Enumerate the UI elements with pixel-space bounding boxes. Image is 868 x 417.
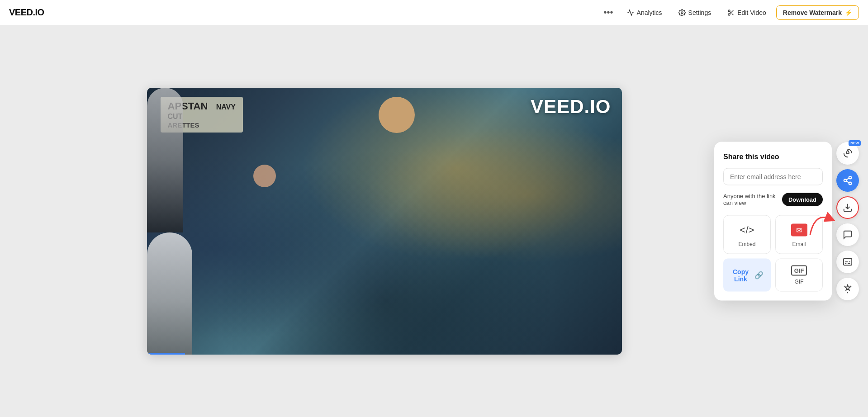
subtitles-button[interactable] xyxy=(836,251,859,273)
svg-point-0 xyxy=(681,12,683,14)
right-panel: NEW xyxy=(836,142,859,300)
subtitles-icon xyxy=(843,257,853,267)
svg-point-2 xyxy=(728,14,730,15)
share-button[interactable] xyxy=(836,169,859,192)
magic-tools-button[interactable] xyxy=(836,278,859,300)
scissors-icon xyxy=(727,9,735,16)
gif-badge: GIF xyxy=(791,265,807,276)
figure-head-1 xyxy=(379,97,415,133)
download-button[interactable]: Download xyxy=(782,193,823,206)
analytics-icon xyxy=(627,9,634,16)
email-option[interactable]: ✉ Email xyxy=(775,215,823,254)
anyone-can-view-label: Anyone with the link can view xyxy=(723,193,782,206)
email-envelope-icon: ✉ xyxy=(796,226,802,234)
share-popup: Share this video Anyone with the link ca… xyxy=(714,142,832,301)
video-watermark: VEED.IO xyxy=(531,96,611,118)
download-sidebar-button[interactable] xyxy=(836,196,859,219)
svg-point-7 xyxy=(844,179,847,182)
share-icon xyxy=(843,175,853,185)
svg-line-19 xyxy=(850,286,851,286)
anyone-row: Anyone with the link can view Download xyxy=(723,193,823,206)
more-options-button[interactable]: ••• xyxy=(600,4,617,21)
remove-watermark-button[interactable]: Remove Watermark ⚡ xyxy=(776,5,859,20)
sparkle-icon xyxy=(843,284,853,294)
share-options-grid: </> Embed ✉ Email xyxy=(723,215,823,254)
embed-option[interactable]: </> Embed xyxy=(723,215,771,254)
figure-4 xyxy=(147,88,183,232)
new-badge: NEW xyxy=(849,140,861,146)
svg-line-9 xyxy=(846,181,849,183)
video-player[interactable]: APSTAN NAVY CUT ARETTES VEED.IO xyxy=(147,88,622,355)
video-frame: APSTAN NAVY CUT ARETTES VEED.IO xyxy=(147,88,622,355)
copy-link-button[interactable]: Copy Link 🔗 xyxy=(723,259,771,292)
logo: VEED.IO xyxy=(9,7,44,18)
main-content: APSTAN NAVY CUT ARETTES VEED.IO xyxy=(0,25,868,417)
navbar: VEED.IO ••• Analytics Settings Edit Vide… xyxy=(0,0,868,25)
copy-gif-row: Copy Link 🔗 GIF GIF xyxy=(723,259,823,292)
email-input[interactable] xyxy=(723,168,823,185)
svg-point-6 xyxy=(849,176,852,179)
settings-button[interactable]: Settings xyxy=(672,5,718,20)
figure-2 xyxy=(147,232,192,355)
gif-label: GIF xyxy=(795,279,804,285)
email-label: Email xyxy=(792,241,806,247)
svg-point-8 xyxy=(849,182,852,185)
comment-icon xyxy=(843,230,853,240)
comments-button[interactable] xyxy=(836,223,859,246)
svg-line-10 xyxy=(846,178,849,180)
svg-point-1 xyxy=(728,10,730,12)
figure-head-2 xyxy=(253,165,276,187)
settings-icon xyxy=(678,9,686,16)
analytics-button[interactable]: Analytics xyxy=(621,5,669,20)
email-icon: ✉ xyxy=(791,224,807,237)
chain-icon: 🔗 xyxy=(754,271,764,280)
video-progress-bar[interactable] xyxy=(147,353,185,355)
svg-line-4 xyxy=(732,13,734,15)
megaphone-icon xyxy=(843,148,853,158)
lightning-icon: ⚡ xyxy=(844,9,852,16)
share-popup-title: Share this video xyxy=(723,153,823,161)
edit-video-button[interactable]: Edit Video xyxy=(721,5,773,20)
embed-icon: </> xyxy=(739,222,755,238)
embed-label: Embed xyxy=(738,241,755,247)
email-icon-container: ✉ xyxy=(791,222,807,238)
svg-line-5 xyxy=(730,11,731,13)
gif-option[interactable]: GIF GIF xyxy=(775,259,823,292)
announcements-button[interactable]: NEW xyxy=(836,142,859,165)
download-icon xyxy=(843,203,853,213)
svg-line-18 xyxy=(844,286,845,286)
nav-right: ••• Analytics Settings Edit Video xyxy=(600,4,859,21)
